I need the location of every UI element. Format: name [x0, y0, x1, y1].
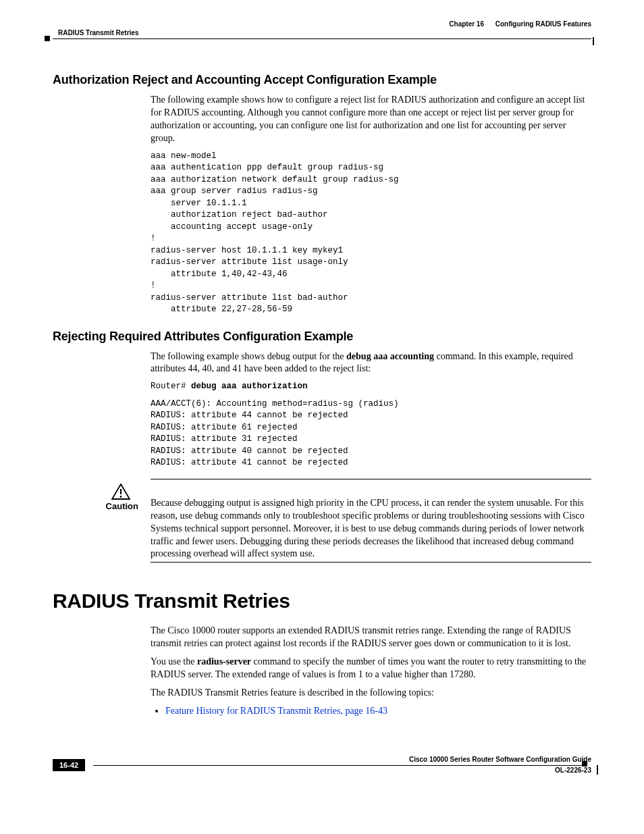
section-label: RADIUS Transmit Retries	[58, 29, 591, 36]
chapter-number: Chapter 16	[449, 20, 484, 28]
caution-rule-bottom	[151, 562, 591, 563]
sec3-p2: You use the radius-server command to spe…	[151, 656, 591, 681]
sec3-p3: The RADIUS Transmit Retries feature is d…	[151, 687, 591, 700]
chapter-title: Configuring RADIUS Features	[495, 20, 591, 28]
doc-id: OL-2226-23	[555, 766, 591, 774]
running-header: Chapter 16 Configuring RADIUS Features	[53, 20, 591, 28]
feature-history-link[interactable]: Feature History for RADIUS Transmit Retr…	[165, 706, 387, 716]
caution-rule-top	[151, 479, 591, 479]
page-number-badge: 16-42	[53, 759, 85, 771]
svg-point-2	[120, 496, 122, 498]
debug-command: debug aaa authorization	[191, 382, 308, 391]
list-item: Feature History for RADIUS Transmit Retr…	[165, 705, 591, 718]
router-prompt: Router#	[151, 382, 191, 391]
sec2-intro-bold: debug aaa accounting	[346, 351, 434, 361]
sec1-intro: The following example shows how to confi…	[151, 94, 591, 145]
sec3-p2-bold: radius-server	[197, 656, 251, 667]
heading-radius-transmit: RADIUS Transmit Retries	[53, 590, 591, 613]
caution-block: Caution Because debugging output is assi…	[53, 479, 591, 563]
caution-label: Caution	[53, 501, 138, 511]
footer-rule	[93, 765, 585, 766]
topic-list: Feature History for RADIUS Transmit Retr…	[151, 705, 591, 718]
sec2-cmd: Router# debug aaa authorization	[151, 381, 591, 393]
sec1-code: aaa new-model aaa authentication ppp def…	[151, 151, 591, 316]
sec2-output: AAA/ACCT(6): Accounting method=radius-sg…	[151, 398, 591, 469]
sec2-intro: The following example shows debug output…	[151, 350, 591, 376]
heading-auth-reject: Authorization Reject and Accounting Acce…	[53, 73, 591, 87]
header-rule	[53, 38, 591, 39]
footer-guide-title: Cisco 10000 Series Router Software Confi…	[409, 756, 591, 763]
caution-icon	[111, 484, 130, 500]
page: Chapter 16 Configuring RADIUS Features R…	[0, 0, 644, 786]
sec3-p2-pre: You use the	[151, 656, 197, 667]
sec2-intro-pre: The following example shows debug output…	[151, 351, 346, 361]
heading-rejecting-required: Rejecting Required Attributes Configurat…	[53, 330, 591, 344]
sec3-p1: The Cisco 10000 router supports an exten…	[151, 625, 591, 650]
caution-text: Because debugging output is assigned hig…	[151, 484, 591, 561]
footer: Cisco 10000 Series Router Software Confi…	[53, 765, 591, 766]
